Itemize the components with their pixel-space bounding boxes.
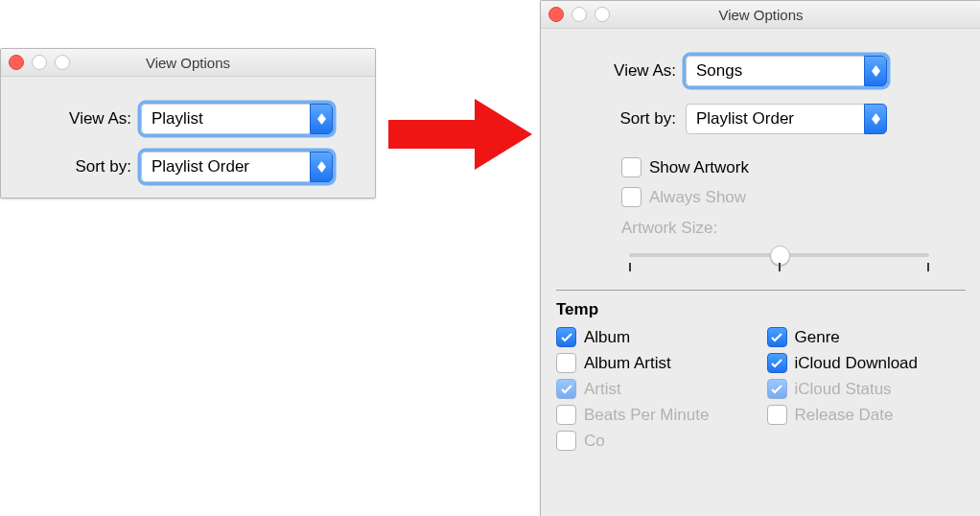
checkbox-label: Co [584, 432, 605, 451]
view-as-value: Songs [686, 56, 864, 86]
chevron-updown-icon[interactable] [864, 104, 887, 134]
columns-right: GenreiCloud DownloadiCloud StatusRelease… [767, 327, 967, 457]
view-as-label: View As: [16, 109, 141, 129]
column-checkbox: Beats Per Minute [556, 405, 756, 425]
minimize-icon [32, 55, 47, 70]
show-artwork-checkbox[interactable]: Show Artwork [621, 157, 966, 177]
chevron-updown-icon[interactable] [310, 104, 333, 134]
checkbox-label: iCloud Download [795, 354, 919, 373]
zoom-icon [55, 55, 70, 70]
artwork-size-label: Artwork Size: [621, 219, 966, 238]
sort-by-label: Sort by: [16, 157, 141, 176]
column-checkbox[interactable]: Album Artist [556, 353, 756, 373]
view-as-dropdown[interactable]: Playlist [141, 104, 333, 134]
separator [556, 290, 966, 291]
checkbox-icon [556, 327, 576, 347]
checkbox-label: Artist [584, 380, 621, 399]
column-checkbox[interactable]: iCloud Download [767, 353, 967, 373]
checkbox-icon [621, 157, 642, 177]
titlebar[interactable]: View Options [541, 1, 980, 29]
view-as-dropdown[interactable]: Songs [686, 56, 887, 86]
column-checkbox: Co [556, 431, 756, 451]
zoom-icon [595, 7, 610, 22]
sort-by-label: Sort by: [556, 109, 686, 129]
view-as-value: Playlist [141, 104, 310, 134]
checkbox-label: Show Artwork [649, 158, 749, 177]
checkbox-icon [767, 327, 787, 347]
minimize-icon [572, 7, 587, 22]
checkbox-label: Album [584, 328, 630, 347]
columns-left: AlbumAlbum ArtistArtistBeats Per MinuteC… [556, 327, 756, 457]
chevron-updown-icon[interactable] [310, 152, 333, 182]
close-icon[interactable] [9, 55, 24, 70]
column-checkbox: Artist [556, 379, 756, 399]
section-title: Temp [556, 300, 966, 319]
column-checkbox: iCloud Status [767, 379, 967, 399]
column-checkbox: Release Date [767, 405, 967, 425]
arrow-right-icon [384, 91, 537, 177]
checkbox-label: Always Show [649, 188, 746, 207]
sort-by-value: Playlist Order [686, 104, 864, 134]
always-show-checkbox: Always Show [621, 187, 966, 207]
close-icon[interactable] [548, 7, 564, 22]
slider-ticks [629, 263, 929, 271]
checkbox-icon [556, 405, 576, 425]
checkbox-icon [767, 405, 787, 425]
checkbox-icon [556, 379, 576, 399]
checkbox-icon [767, 353, 787, 373]
checkbox-label: iCloud Status [795, 380, 892, 399]
chevron-updown-icon[interactable] [864, 56, 887, 86]
checkbox-icon [621, 187, 642, 207]
checkbox-label: Release Date [795, 406, 894, 425]
checkbox-icon [556, 431, 576, 451]
artwork-size-slider[interactable] [629, 244, 929, 276]
checkbox-icon [556, 353, 576, 373]
checkbox-label: Beats Per Minute [584, 406, 709, 425]
view-as-label: View As: [556, 61, 686, 81]
checkbox-label: Genre [795, 328, 840, 347]
column-checkbox[interactable]: Album [556, 327, 756, 347]
sort-by-dropdown[interactable]: Playlist Order [141, 152, 333, 182]
view-options-window-before: View Options View As: Playlist Sort by: … [0, 48, 376, 199]
checkbox-icon [767, 379, 787, 399]
sort-by-dropdown[interactable]: Playlist Order [686, 104, 887, 134]
column-checkbox[interactable]: Genre [767, 327, 967, 347]
titlebar[interactable]: View Options [1, 49, 375, 77]
sort-by-value: Playlist Order [141, 152, 310, 182]
view-options-window-after: View Options View As: Songs Sort by: Pla… [540, 0, 980, 516]
checkbox-label: Album Artist [584, 354, 671, 373]
